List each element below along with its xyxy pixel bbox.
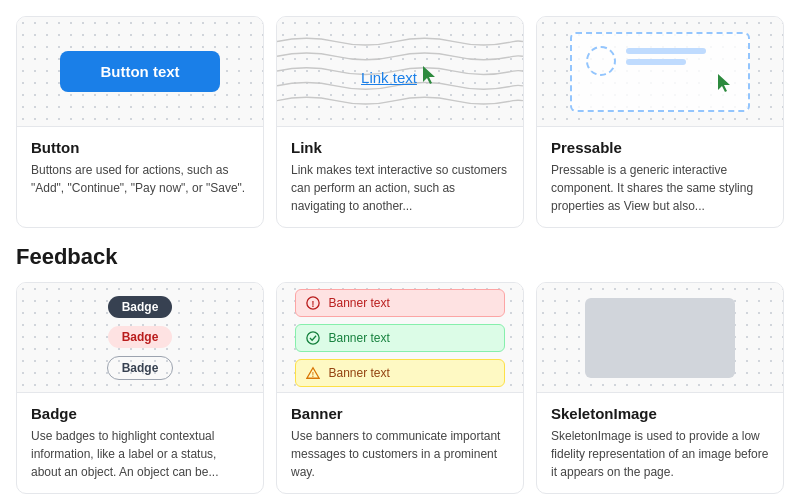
banner-error-text: Banner text	[328, 296, 389, 310]
badge-card-body: Badge Use badges to highlight contextual…	[17, 393, 263, 493]
error-icon: !	[306, 296, 320, 310]
pressable-circle	[586, 46, 616, 76]
feedback-section-title: Feedback	[16, 244, 784, 270]
pressable-lines	[626, 48, 706, 65]
banner-card-desc: Use banners to communicate important mes…	[291, 427, 509, 481]
svg-marker-1	[718, 74, 730, 92]
pressable-card-desc: Pressable is a generic interactive compo…	[551, 161, 769, 215]
feedback-section: Feedback Badge Badge Badge Badge Use bad…	[16, 244, 784, 494]
banner-preview: ! Banner text Banner text	[295, 289, 504, 387]
banner-preview-area: ! Banner text Banner text	[277, 283, 523, 393]
badge-preview: Badge Badge Badge	[107, 296, 174, 380]
pressable-line-1	[626, 48, 706, 54]
link-preview: Link text	[277, 17, 523, 127]
skeleton-image	[585, 298, 735, 378]
pressable-line-2	[626, 59, 686, 65]
button-card-desc: Buttons are used for actions, such as "A…	[31, 161, 249, 197]
skeleton-card-name: SkeletonImage	[551, 405, 769, 422]
banner-success-text: Banner text	[328, 331, 389, 345]
pressable-box-container	[570, 32, 750, 112]
skeleton-card-body: SkeletonImage SkeletonImage is used to p…	[537, 393, 783, 493]
skeleton-preview-area	[537, 283, 783, 393]
svg-marker-0	[423, 66, 435, 84]
link-text[interactable]: Link text	[361, 69, 417, 86]
pressable-box	[570, 32, 750, 112]
pressable-card-name: Pressable	[551, 139, 769, 156]
button-card-body: Button Buttons are used for actions, suc…	[17, 127, 263, 209]
svg-point-4	[307, 331, 319, 343]
skeleton-card: SkeletonImage SkeletonImage is used to p…	[536, 282, 784, 494]
badge-preview-area: Badge Badge Badge	[17, 283, 263, 393]
link-area: Link text	[277, 17, 523, 126]
pressable-cursor	[716, 72, 734, 98]
link-card: Link text Link Link makes text interacti…	[276, 16, 524, 228]
banner-card: ! Banner text Banner text	[276, 282, 524, 494]
cursor-icon-pressable	[716, 72, 734, 94]
button-card: Button text Button Buttons are used for …	[16, 16, 264, 228]
svg-text:!: !	[312, 298, 315, 308]
pressable-card: Pressable Pressable is a generic interac…	[536, 16, 784, 228]
badge-dark: Badge	[108, 296, 173, 318]
actions-grid: Button text Button Buttons are used for …	[16, 16, 784, 228]
link-card-name: Link	[291, 139, 509, 156]
pressable-card-body: Pressable Pressable is a generic interac…	[537, 127, 783, 227]
banner-card-body: Banner Use banners to communicate import…	[277, 393, 523, 493]
badge-card-name: Badge	[31, 405, 249, 422]
button-card-name: Button	[31, 139, 249, 156]
button-preview: Button text	[17, 17, 263, 127]
svg-text:!: !	[312, 370, 314, 377]
button-example[interactable]: Button text	[60, 51, 219, 92]
link-card-desc: Link makes text interactive so customers…	[291, 161, 509, 215]
banner-warning-text: Banner text	[328, 366, 389, 380]
actions-section: Button text Button Buttons are used for …	[16, 16, 784, 228]
banner-success: Banner text	[295, 324, 504, 352]
success-icon	[306, 331, 320, 345]
link-card-body: Link Link makes text interactive so cust…	[277, 127, 523, 227]
badge-outline: Badge	[107, 356, 174, 380]
cursor-icon	[421, 64, 439, 86]
link-content: Link text	[361, 58, 439, 86]
banner-card-name: Banner	[291, 405, 509, 422]
badge-card: Badge Badge Badge Badge Use badges to hi…	[16, 282, 264, 494]
badge-red: Badge	[108, 326, 173, 348]
banner-warning: ! Banner text	[295, 359, 504, 387]
badge-card-desc: Use badges to highlight contextual infor…	[31, 427, 249, 481]
feedback-grid: Badge Badge Badge Badge Use badges to hi…	[16, 282, 784, 494]
skeleton-card-desc: SkeletonImage is used to provide a low f…	[551, 427, 769, 481]
banner-error: ! Banner text	[295, 289, 504, 317]
warning-icon: !	[306, 366, 320, 380]
page-container: Button text Button Buttons are used for …	[16, 16, 784, 494]
pressable-preview-area	[537, 17, 783, 127]
